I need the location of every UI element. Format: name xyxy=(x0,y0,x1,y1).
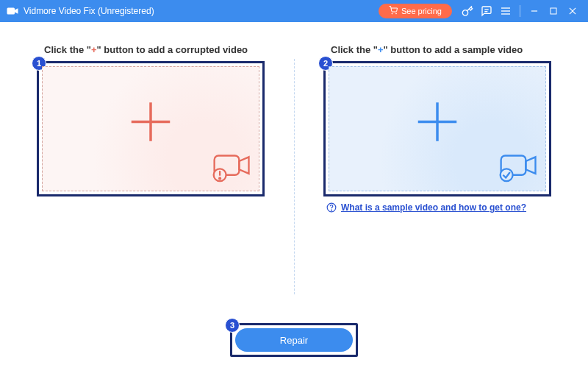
heading-post: " button to add a sample video xyxy=(384,44,523,55)
sample-heading: Click the "+" button to add a sample vid… xyxy=(323,44,551,55)
plus-glyph: + xyxy=(91,44,97,55)
corrupted-dropzone-highlight: 1 xyxy=(37,61,265,196)
heading-pre: Click the " xyxy=(331,44,378,55)
heading-post: " button to add a corrupted video xyxy=(97,44,248,55)
repair-highlight: 3 Repair xyxy=(230,323,358,357)
separator xyxy=(520,5,520,17)
corrupted-video-panel: Click the "+" button to add a corrupted … xyxy=(37,44,265,216)
footer: 3 Repair xyxy=(230,323,358,357)
main-content: Click the "+" button to add a corrupted … xyxy=(0,22,588,379)
camera-alert-icon xyxy=(210,150,254,186)
help-icon xyxy=(326,202,337,216)
heading-pre: Click the " xyxy=(44,44,91,55)
close-button[interactable] xyxy=(564,3,581,19)
plus-icon xyxy=(125,96,176,151)
corrupted-heading: Click the "+" button to add a corrupted … xyxy=(37,44,265,55)
see-pricing-button[interactable]: See pricing xyxy=(379,4,452,18)
step-badge-3: 3 xyxy=(225,318,240,333)
svg-point-17 xyxy=(219,178,220,180)
repair-button[interactable]: Repair xyxy=(235,328,353,352)
sample-help-link[interactable]: What is a sample video and how to get on… xyxy=(341,202,526,213)
feedback-icon[interactable] xyxy=(478,3,495,19)
maximize-button[interactable] xyxy=(545,3,562,19)
add-corrupted-video-dropzone[interactable] xyxy=(42,66,259,191)
plus-glyph: + xyxy=(378,44,384,55)
svg-point-23 xyxy=(331,210,332,210)
svg-point-2 xyxy=(395,13,396,14)
titlebar: Vidmore Video Fix (Unregistered) See pri… xyxy=(0,0,588,22)
plus-icon xyxy=(412,96,463,151)
sample-dropzone-highlight: 2 xyxy=(323,61,551,196)
svg-rect-0 xyxy=(7,8,15,15)
pricing-label: See pricing xyxy=(401,7,442,15)
app-logo-icon xyxy=(6,4,19,18)
camera-check-icon xyxy=(497,150,541,186)
svg-rect-9 xyxy=(551,8,556,14)
menu-icon[interactable] xyxy=(498,3,514,19)
app-title: Vidmore Video Fix (Unregistered) xyxy=(24,6,154,16)
minimize-button[interactable] xyxy=(526,3,542,19)
vertical-divider xyxy=(294,59,295,294)
svg-point-21 xyxy=(501,169,513,181)
sample-video-panel: Click the "+" button to add a sample vid… xyxy=(323,44,551,216)
cart-icon xyxy=(389,6,398,16)
help-row: What is a sample video and how to get on… xyxy=(323,202,551,216)
add-sample-video-dropzone[interactable] xyxy=(329,66,546,191)
key-icon[interactable] xyxy=(459,3,476,19)
svg-point-1 xyxy=(392,13,392,14)
